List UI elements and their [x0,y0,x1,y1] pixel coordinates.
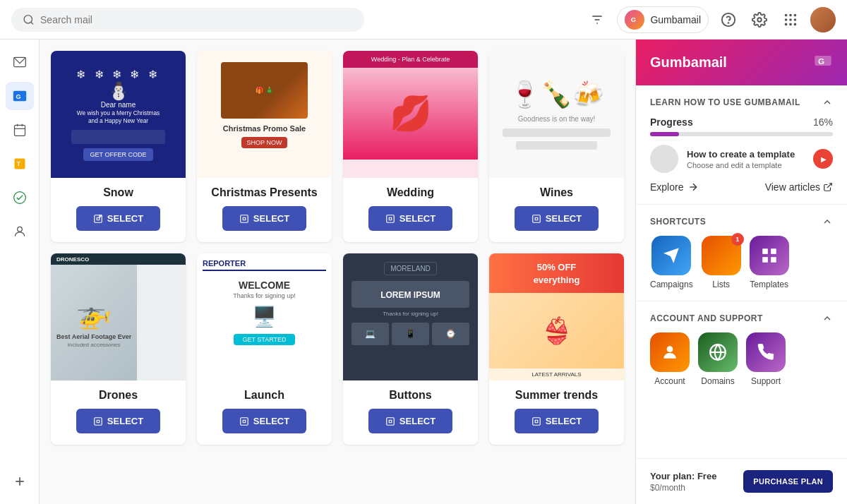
task-subtitle: Choose and edit a template [687,161,805,169]
select-button-summer[interactable]: SELECT [515,409,599,433]
svg-line-42 [827,184,831,188]
wines-text-line-1 [503,128,611,137]
app-header: G Gumbamail [0,0,847,40]
svg-rect-52 [771,257,776,263]
wedding-hero-image: 💋 [343,68,478,160]
svg-point-11 [794,13,797,16]
template-name-launch: Launch [239,389,290,402]
summer-arrivals: LATEST ARRIVALS [529,368,584,380]
svg-text:G: G [818,56,824,66]
account-item[interactable]: Account [650,332,690,386]
template-preview-drones: DRONESCO 🚁 Best Aerial Footage Ever Incl… [51,253,186,380]
template-name-summer: Summer trends [510,389,603,402]
svg-point-9 [785,13,788,16]
account-section: ACCOUNT AND SUPPORT Account Domains [636,301,847,397]
progress-section: Progress 16% [650,116,833,136]
svg-point-10 [789,13,792,16]
svg-point-7 [728,23,729,23]
select-button-wedding[interactable]: SELECT [368,206,452,231]
avatar[interactable] [810,7,836,32]
svg-rect-51 [771,248,776,254]
select-label-summer: SELECT [546,416,582,426]
avatar-image [810,7,836,32]
template-card-christmas: 🎁 🎄 Christmas Promo Sale SHOP NOW Christ… [197,51,332,242]
svg-rect-35 [95,417,102,425]
learn-collapse-icon[interactable] [822,97,833,108]
select-button-buttons[interactable]: SELECT [368,409,452,433]
apps-icon[interactable] [779,8,802,31]
brand-icon: G [625,10,644,30]
learn-footer: Explore View articles [650,181,833,193]
sidebar-icon-people[interactable] [6,217,34,246]
shortcut-lists[interactable]: 1 Lists [702,236,741,289]
sidebar-icon-check[interactable] [6,184,34,212]
sidebar-icon-tasks[interactable]: T [6,150,34,178]
svg-rect-21 [14,125,25,136]
drones-brand: DRONESCO [56,256,89,263]
snow-text-block [71,130,166,144]
brand-name-label: Gumbamail [650,14,701,25]
progress-text: Progress [650,116,693,128]
svg-point-16 [789,23,792,25]
domains-item[interactable]: Domains [698,332,738,386]
shortcut-campaigns[interactable]: Campaigns [650,236,693,289]
lists-icon-box: 1 [702,236,741,275]
progress-percent: 16% [813,116,833,128]
account-collapse-icon[interactable] [822,313,833,324]
drones-top-bar: DRONESCO [51,253,186,265]
template-name-buttons: Buttons [383,389,437,402]
select-button-wines[interactable]: SELECT [515,206,599,231]
templates-label: Templates [750,280,788,289]
select-button-drones[interactable]: SELECT [76,409,160,433]
learn-header: LEARN HOW TO USE GUMBAMAIL [650,97,833,108]
shortcuts-section: SHORTCUTS Campaigns 1 Lists [636,205,847,301]
svg-rect-37 [387,417,395,425]
svg-rect-34 [533,215,541,222]
feature-3: ⌚ [432,323,469,345]
shortcut-templates[interactable]: Templates [750,236,789,289]
support-item[interactable]: Support [746,332,786,386]
select-button-snow[interactable]: SELECT [76,206,160,231]
svg-rect-33 [387,215,395,222]
template-card-summer: 50% OFFeverything 👙 LATEST ARRIVALS Summ… [489,253,624,445]
account-icon-box [650,332,690,372]
sidebar-icon-gumbamail[interactable]: G [6,82,34,110]
templates-grid: ❄ ❄ ❄ ❄ ❄ ⛄ Dear nameWe wish you a Merry… [51,51,624,445]
plan-name: Your plan: Free [650,471,716,481]
filter-icon[interactable] [586,8,608,31]
svg-rect-50 [762,248,768,254]
svg-text:G: G [631,16,636,23]
help-icon[interactable] [717,8,740,31]
svg-text:T: T [16,160,20,167]
content-area: ❄ ❄ ❄ ❄ ❄ ⛄ Dear nameWe wish you a Merry… [40,40,635,504]
snow-icon: ⛄ [108,81,129,101]
select-label-drones: SELECT [107,416,143,426]
support-label: Support [751,376,781,386]
sidebar-add-button[interactable] [6,467,34,496]
shortcuts-collapse-icon[interactable] [822,216,833,227]
brand-badge[interactable]: G Gumbamail [617,6,709,33]
view-articles-label: View articles [765,181,820,193]
template-preview-wines: 🍷🍾🍻 Goodness is on the way! [489,51,624,178]
view-articles-link[interactable]: View articles [765,181,833,193]
settings-icon[interactable] [748,8,771,31]
main-layout: G T ❄ ❄ ❄ ❄ ❄ [0,40,847,504]
buttons-feature-row: 💻 📱 ⌚ [352,323,469,345]
sidebar-icon-calendar[interactable] [6,116,34,144]
select-button-christmas[interactable]: SELECT [222,206,306,231]
svg-point-13 [789,18,792,21]
select-label-wedding: SELECT [400,213,435,224]
search-input[interactable] [40,14,353,25]
select-button-launch[interactable]: SELECT [222,409,306,433]
progress-bar-background [650,132,833,136]
support-icon-box [746,332,786,372]
task-play-button[interactable]: ▶ [813,149,833,169]
purchase-plan-button[interactable]: PURCHASE PLAN [743,470,833,493]
feature-2: 📱 [392,323,429,345]
buttons-sub: Thanks for signing up! [383,311,438,317]
explore-link[interactable]: Explore [650,181,699,193]
select-label-buttons: SELECT [400,416,435,426]
template-card-wedding: Wedding - Plan & Celebrate 💋 Wedding SEL… [343,51,478,242]
sidebar-icon-gmail[interactable] [6,48,34,76]
template-preview-wedding: Wedding - Plan & Celebrate 💋 [343,51,478,178]
